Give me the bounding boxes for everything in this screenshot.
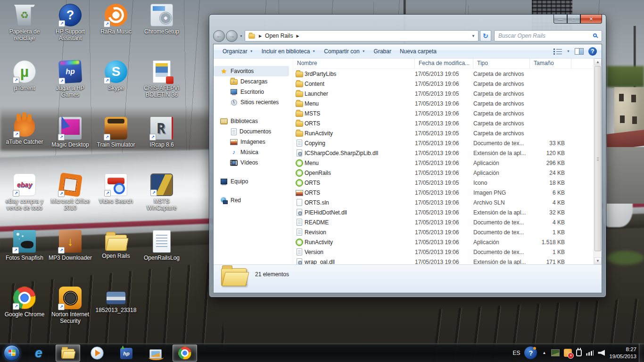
sidebar-item-m-sica[interactable]: Música — [214, 147, 293, 157]
hidden-icons-arrow-icon[interactable] — [541, 351, 547, 355]
photo-thumbnail-icon[interactable] — [551, 349, 560, 356]
desktop-icon-rara-music[interactable]: RaRa Music — [93, 4, 139, 35]
language-indicator[interactable]: ES — [512, 350, 520, 356]
desktop-icon-atube-catcher[interactable]: aTube Catcher — [2, 117, 47, 145]
taskbar-chrome-button[interactable] — [173, 345, 197, 362]
search-box[interactable]: Buscar Open Rails — [494, 30, 602, 41]
desktop-icon-magic-desktop[interactable]: Magic Desktop — [48, 117, 93, 148]
file-row-runactivity[interactable]: RunActivity17/05/2013 19:06Aplicación1.5… — [293, 237, 602, 247]
file-row-3rdpartylibs[interactable]: 3rdPartyLibs17/05/2013 19:05Carpeta de a… — [293, 69, 602, 79]
desktop-icon-openrailslog[interactable]: OpenRailsLog — [139, 230, 184, 261]
taskbar-photo-viewer-button[interactable] — [143, 345, 168, 362]
taskbar-explorer-button[interactable] — [56, 345, 80, 362]
desktop-icon-mp3-downloader[interactable]: MP3 Downloader — [48, 230, 93, 261]
file-row-openrails[interactable]: OpenRails17/05/2013 19:06Aplicación24 KB — [293, 168, 602, 178]
taskbar-ie-button[interactable] — [26, 345, 51, 362]
taskbar-media-player-button[interactable] — [85, 345, 109, 362]
desktop-icon-papelera-de-reciclaje[interactable]: Papelera de reciclaje — [2, 4, 47, 41]
desktop-icon-video-search[interactable]: Video Search — [93, 173, 139, 205]
sidebar-item-favoritos[interactable]: Favoritos — [214, 66, 289, 76]
column-header-fecha-de-modifica[interactable]: Fecha de modifica... — [415, 58, 473, 68]
file-row-orts-sln[interactable]: ORTS.sln17/05/2013 19:06Archivo SLN4 KB — [293, 197, 602, 207]
file-row-runactivity[interactable]: RunActivity17/05/2013 19:05Carpeta de ar… — [293, 128, 602, 138]
sidebar-item-escritorio[interactable]: Escritorio — [214, 87, 293, 97]
sidebar-item-descargas[interactable]: Descargas — [214, 76, 293, 87]
desktop-icon-cris-afepvi-boletin-36[interactable]: CRIS-AFEPVI BOLETIN 36 — [139, 60, 184, 98]
maximize-button[interactable]: □ — [567, 15, 580, 24]
file-row-orts[interactable]: ORTS17/05/2013 19:06Imagen PNG6 KB — [293, 188, 602, 197]
desktop-icon-train-simulator[interactable]: Train Simulator — [93, 117, 139, 148]
file-row-version[interactable]: Version17/05/2013 19:06Documento de tex.… — [293, 247, 602, 257]
power-plug-icon[interactable] — [576, 349, 582, 356]
scrollbar-thumb[interactable] — [594, 66, 601, 251]
back-button[interactable]: ← — [213, 30, 225, 42]
file-row-piehiddotnet-dll[interactable]: PIEHidDotNet.dll17/05/2013 19:06Extensió… — [293, 207, 602, 217]
desktop-icon-ircap-8-6[interactable]: IRcap 8.6 — [139, 117, 184, 148]
file-row-orts[interactable]: ORTS17/05/2013 19:05Icono18 KB — [293, 178, 602, 188]
change-view-icon[interactable] — [553, 48, 562, 54]
toolbar-compartir-con-button[interactable]: Compartir con▼ — [320, 46, 369, 57]
column-header-tipo[interactable]: Tipo — [473, 58, 530, 68]
forward-button[interactable]: → — [226, 30, 238, 42]
file-row-copying[interactable]: Copying17/05/2013 19:06Documento de tex.… — [293, 138, 602, 148]
desktop-icon-chromesetup[interactable]: ChromeSetup — [139, 4, 184, 35]
view-dropdown-icon[interactable]: ▼ — [567, 49, 570, 53]
network-error-icon[interactable] — [564, 349, 572, 357]
minimize-button[interactable]: — — [553, 15, 567, 24]
breadcrumb-arrow-icon[interactable]: ▶ — [259, 34, 262, 38]
toolbar-organizar-button[interactable]: Organizar▼ — [218, 46, 257, 57]
help-icon[interactable]: ? — [588, 47, 597, 56]
desktop-icon-fotos-snapfish[interactable]: Fotos Snapfish — [2, 230, 47, 261]
file-row-wrap-oal-dll[interactable]: wrap_oal.dll17/05/2013 19:06Extensión de… — [293, 257, 602, 264]
refresh-button[interactable]: ↻ — [480, 30, 491, 41]
desktop-icon-1852013-23318[interactable]: 1852013_23318 — [93, 287, 139, 313]
signal-strength-icon[interactable] — [586, 350, 594, 356]
file-row-menu[interactable]: Menu17/05/2013 19:06Carpeta de archivos — [293, 99, 602, 108]
file-row-launcher[interactable]: Launcher17/05/2013 19:05Carpeta de archi… — [293, 89, 602, 99]
desktop-icon-torrent[interactable]: µTorrent — [2, 60, 47, 91]
column-header-nombre[interactable]: Nombre — [293, 58, 415, 68]
breadcrumb-location[interactable]: Open Rails — [265, 33, 293, 39]
column-header-tama-o[interactable]: Tamaño — [530, 58, 571, 68]
desktop-icon-open-rails[interactable]: Open Rails — [93, 230, 139, 259]
sidebar-item-im-genes[interactable]: Imágenes — [214, 137, 293, 147]
start-button[interactable] — [4, 345, 20, 361]
toolbar-grabar-button[interactable]: Grabar — [370, 46, 396, 57]
sidebar-item-documentos[interactable]: Documentos — [214, 126, 293, 137]
desktop-icon-norton-internet-security[interactable]: Norton Internet Security — [48, 287, 93, 324]
file-row-orts[interactable]: ORTS17/05/2013 19:06Carpeta de archivos — [293, 118, 602, 128]
volume-icon[interactable] — [598, 350, 605, 356]
file-row-icsharpcode-sharpziplib-dll[interactable]: ICSharpCode.SharpZipLib.dll17/05/2013 19… — [293, 148, 602, 158]
scroll-down-icon[interactable]: ▼ — [594, 257, 602, 264]
file-row-readme[interactable]: README17/05/2013 19:06Documento de tex..… — [293, 217, 602, 227]
desktop-icon-jugar-a-hp-games[interactable]: Jugar a HP Games — [48, 60, 93, 98]
clock[interactable]: 8:27 19/05/2013 — [609, 346, 636, 360]
desktop-icon-google-chrome[interactable]: Google Chrome — [2, 287, 47, 318]
vertical-scrollbar[interactable]: ▲ ▼ — [594, 58, 602, 264]
sidebar-item-bibliotecas[interactable]: Bibliotecas — [214, 116, 293, 126]
desktop-icon-microsoft-office-2010[interactable]: Microsoft Office 2010 — [48, 173, 93, 211]
sidebar-item-sitios-recientes[interactable]: Sitios recientes — [214, 97, 293, 107]
file-row-revision[interactable]: Revision17/05/2013 19:06Documento de tex… — [293, 227, 602, 237]
scroll-up-icon[interactable]: ▲ — [594, 58, 602, 66]
breadcrumb-arrow-icon[interactable]: ▶ — [296, 34, 299, 38]
file-row-menu[interactable]: Menu17/05/2013 19:06Aplicación296 KB — [293, 158, 602, 168]
toolbar-nueva-carpeta-button[interactable]: Nueva carpeta — [396, 46, 441, 57]
file-row-msts[interactable]: MSTS17/05/2013 19:06Carpeta de archivos — [293, 108, 602, 118]
file-row-content[interactable]: Content17/05/2013 19:06Carpeta de archiv… — [293, 79, 602, 89]
hp-support-icon[interactable] — [524, 346, 537, 359]
preview-pane-icon[interactable] — [575, 48, 584, 55]
desktop-icon-skype[interactable]: Skype — [93, 60, 139, 91]
recent-pages-icon[interactable]: ▼ — [239, 34, 243, 38]
show-desktop-button[interactable] — [639, 344, 644, 362]
sidebar-item-v-deos[interactable]: Vídeos — [214, 157, 293, 168]
sidebar-item-red[interactable]: Red — [214, 195, 293, 206]
close-button[interactable]: ✕ — [580, 15, 602, 24]
address-dropdown-icon[interactable]: ▼ — [471, 34, 475, 38]
desktop-icon-msts-wincapture[interactable]: MSTS WinCapture — [139, 173, 184, 211]
sidebar-item-equipo[interactable]: Equipo — [214, 176, 293, 187]
toolbar-incluir-en-biblioteca-button[interactable]: Incluir en biblioteca▼ — [257, 46, 320, 57]
taskbar-hp-games-button[interactable] — [114, 345, 139, 362]
desktop-icon-ebay-compra-y-vende-de-todo[interactable]: eBay compra y vende de todo — [2, 173, 47, 211]
address-bar[interactable]: ▶ Open Rails ▶ ▼ — [245, 30, 479, 41]
